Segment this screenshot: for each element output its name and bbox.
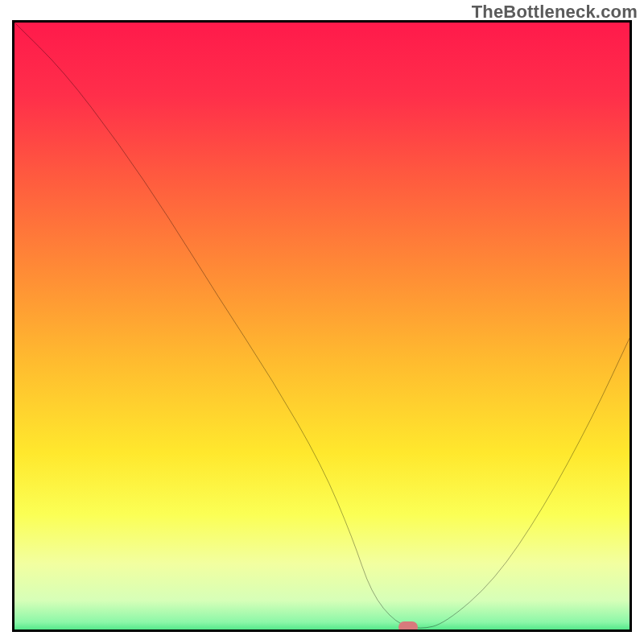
bottleneck-curve [14, 23, 630, 630]
optimal-marker [398, 621, 418, 632]
chart-frame: TheBottleneck.com [0, 0, 644, 644]
plot-area [12, 20, 632, 632]
